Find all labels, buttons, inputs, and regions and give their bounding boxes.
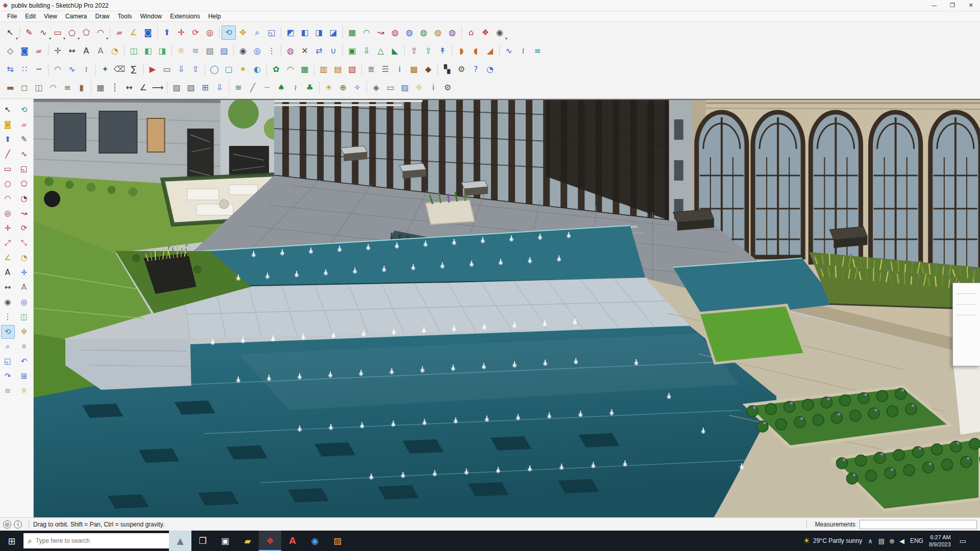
intersect-faces[interactable]: ✕ <box>298 44 312 58</box>
scenes-tab[interactable]: ▭ <box>383 81 398 95</box>
model-info[interactable]: i <box>426 81 440 95</box>
plant-library[interactable]: ♣ <box>303 81 317 95</box>
left-dimensions[interactable]: ↔ <box>1 281 15 294</box>
ext-solid-intersect[interactable]: ◍ <box>445 26 459 40</box>
tool-circle[interactable]: ○ <box>65 26 79 40</box>
volume-icon[interactable]: ◀ <box>899 537 904 545</box>
hidden-icons-chevron[interactable]: ∧ <box>868 537 873 545</box>
left-position-texture[interactable]: ⊞ <box>17 369 31 383</box>
styles-panel[interactable]: ▨ <box>398 81 412 95</box>
user-account[interactable]: ◉ <box>493 26 507 40</box>
sandbox-stamp[interactable]: ▣ <box>345 44 359 58</box>
tree-scatter[interactable]: ♠ <box>274 81 288 95</box>
lawn-square[interactable] <box>699 305 805 363</box>
dimensions[interactable]: ↔ <box>65 44 79 58</box>
truebend[interactable]: ◠ <box>51 62 65 77</box>
acrobat-icon[interactable]: A <box>281 531 304 551</box>
paint[interactable]: ◙ <box>17 44 32 58</box>
guide-lines[interactable]: ┆ <box>108 81 122 95</box>
round-corner[interactable]: ◗ <box>454 44 469 58</box>
minimize-button[interactable]: — <box>925 0 943 11</box>
vray-render[interactable]: ◯ <box>207 62 222 77</box>
left-walk[interactable]: ⋮ <box>1 310 15 324</box>
3d-text[interactable]: A <box>93 44 108 58</box>
left-move[interactable]: ✛ <box>1 221 15 235</box>
tool-rectangle[interactable]: ▭ <box>51 26 65 40</box>
tags-panel[interactable]: ◈ <box>369 81 383 95</box>
tool-pan[interactable]: ✥ <box>236 26 250 40</box>
tool-eraser[interactable]: ▰ <box>112 26 127 40</box>
geo-locate[interactable]: ⊕ <box>336 81 350 95</box>
tool-tape-measure[interactable]: ∠ <box>127 26 141 40</box>
tool-line[interactable]: ✎ <box>22 26 36 40</box>
joint-push-pull[interactable]: ⇧ <box>407 44 421 58</box>
path-tool[interactable]: ┈ <box>260 81 274 95</box>
display-icon[interactable]: ▤ <box>878 537 885 545</box>
import-file[interactable]: ⇧ <box>188 62 203 77</box>
menu-tools[interactable]: Tools <box>114 11 136 21</box>
door-tool[interactable]: ◻ <box>17 81 32 95</box>
section-display[interactable]: ◨ <box>155 44 169 58</box>
preferences[interactable]: ⚙ <box>440 81 455 95</box>
layers-panel[interactable]: ≣ <box>364 62 378 77</box>
ext-follow-me[interactable]: ↝ <box>374 26 388 40</box>
look-around[interactable]: ◎ <box>250 44 264 58</box>
start-button[interactable]: ⊞ <box>0 531 23 551</box>
left-line[interactable]: ╱ <box>1 147 15 161</box>
left-pencil[interactable]: ✎ <box>17 133 31 146</box>
menu-view[interactable]: View <box>40 11 61 21</box>
ext-solid-subtract[interactable]: ◍ <box>416 26 431 40</box>
skalp-section[interactable]: ▧ <box>345 62 359 77</box>
roof-tool[interactable]: ◠ <box>46 81 60 95</box>
left-paint-bucket[interactable]: ◙ <box>1 118 15 132</box>
microsoft-store-icon[interactable]: ▣ <box>214 531 236 551</box>
grass-scatter[interactable]: ≀ <box>288 81 303 95</box>
task-view-button[interactable]: ❐ <box>191 531 214 551</box>
tool-freehand[interactable]: ∿ <box>36 26 51 40</box>
fog[interactable]: ≋ <box>188 44 203 58</box>
styles[interactable]: ▨ <box>217 44 231 58</box>
model-statistics[interactable]: ∑ <box>127 62 141 77</box>
flip-edge[interactable]: ◣ <box>388 44 402 58</box>
browser-icon[interactable]: ◉ <box>304 531 326 551</box>
model-viewport[interactable] <box>34 99 980 517</box>
view-front[interactable]: ◨ <box>312 26 326 40</box>
stairs-tool[interactable]: ≡ <box>60 81 75 95</box>
bevel[interactable]: ◢ <box>483 44 497 58</box>
language-indicator[interactable]: ENG <box>910 537 923 544</box>
left-polygon[interactable]: ⬠ <box>17 177 31 191</box>
left-circle[interactable]: ○ <box>1 177 15 191</box>
notification-icon[interactable]: ▭ <box>957 537 969 545</box>
menu-file[interactable]: File <box>3 11 21 21</box>
left-axes[interactable]: ✛ <box>17 266 31 280</box>
hatch-tool[interactable]: ▨ <box>169 81 184 95</box>
weather-widget[interactable]: ☀ 29°C Partly sunny <box>803 536 863 545</box>
tool-offset[interactable]: ◎ <box>203 26 217 40</box>
dim-angular[interactable]: ∠ <box>136 81 151 95</box>
section-plane[interactable]: ◫ <box>127 44 141 58</box>
network-icon[interactable]: ⊕ <box>889 537 895 545</box>
tool-arc[interactable]: ◠ <box>93 26 108 40</box>
tool-move[interactable]: ✛ <box>174 26 188 40</box>
wall-tool[interactable]: ▬ <box>3 81 17 95</box>
left-section-plane[interactable]: ◫ <box>17 310 31 324</box>
clock[interactable]: 6:27 AM 8/9/2023 <box>929 534 951 548</box>
axes-tool[interactable]: ✛ <box>51 44 65 58</box>
left-rotated-rectangle[interactable]: ◱ <box>17 162 31 176</box>
entity-info[interactable]: i <box>393 62 407 77</box>
text-tool[interactable]: A <box>79 44 93 58</box>
curviloft-skin[interactable]: ≀ <box>516 44 530 58</box>
ext-sandbox-smoove[interactable]: ◠ <box>359 26 374 40</box>
left-stretch[interactable]: ⤡ <box>17 236 31 250</box>
viewport[interactable] <box>34 99 980 517</box>
tool-zoom[interactable]: ⌕ <box>250 26 264 40</box>
ext-outer-shell[interactable]: ◍ <box>388 26 402 40</box>
sandbox-drape[interactable]: ⇩ <box>359 44 374 58</box>
file-explorer-icon[interactable]: ▰ <box>236 531 259 551</box>
left-select[interactable]: ↖ <box>1 103 15 117</box>
flip-along[interactable]: ⇄ <box>312 44 326 58</box>
ext-sandbox-from-contours[interactable]: ▦ <box>345 26 359 40</box>
menu-window[interactable]: Window <box>136 11 166 21</box>
sketchup-icon[interactable]: ❖ <box>259 531 281 551</box>
maximize-button[interactable]: ❐ <box>943 0 962 11</box>
